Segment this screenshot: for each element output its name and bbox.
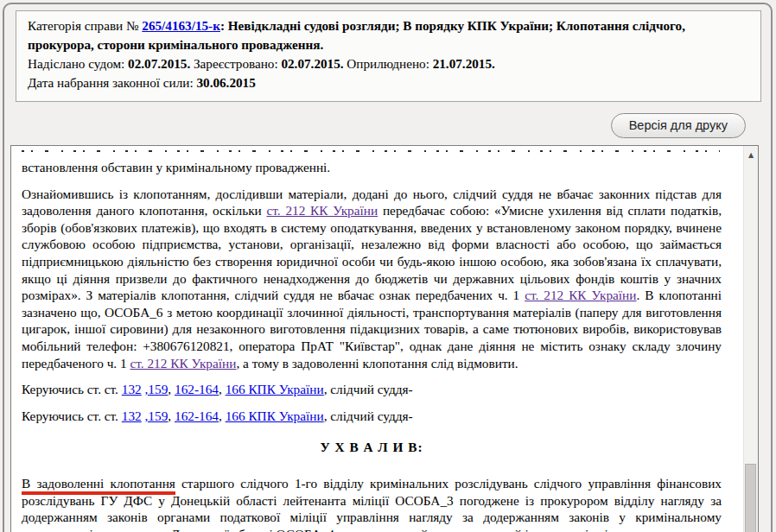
ukhvaliv-heading: У Х В А Л И В: (22, 439, 722, 456)
scrollbar-thumb[interactable] (745, 464, 756, 532)
force-date: 30.06.2015 (196, 75, 255, 90)
keruyuchys-post: , слідчий суддя- (324, 408, 413, 423)
scroll-up-icon[interactable]: ▲ (744, 148, 758, 162)
keruyuchys-pre: Керуючись ст. ст. (22, 408, 122, 423)
law-link-st212-2[interactable]: ст. 212 КК України (525, 288, 636, 302)
paragraph-keruyuchys-2: Керуючись ст. ст. 132 ,159, 162-164, 166… (22, 408, 722, 425)
separator: , (168, 382, 175, 396)
force-label: Дата набрання законної сили: (28, 75, 196, 90)
case-dates-line: Надіслано судом: 02.07.2015. Зареєстрова… (28, 54, 749, 73)
law-link-162-164[interactable]: 162-164 (175, 382, 219, 396)
decision-text: встановлення обставин у кримінальному пр… (11, 146, 758, 532)
published-label: Оприлюднено: (344, 56, 433, 71)
law-link-132[interactable]: 132 (122, 408, 142, 423)
law-link-159[interactable]: ,159 (145, 408, 169, 423)
separator: , (168, 408, 175, 423)
law-link-st212-1[interactable]: ст. 212 КК України (267, 203, 378, 218)
case-panel: Категорія справи № 265/4163/15-к: Невідк… (3, 3, 773, 532)
paragraph-keruyuchys-1: Керуючись ст. ст. 132 ,159, 162-164, 166… (22, 381, 722, 398)
separator: , (219, 382, 226, 396)
law-link-st212-3[interactable]: ст. 212 КК України (130, 356, 236, 370)
keruyuchys-pre: Керуючись ст. ст. (22, 382, 122, 396)
print-version-button[interactable]: Версія для друку (611, 113, 746, 138)
case-number-link[interactable]: 265/4163/15-к (142, 18, 220, 33)
paragraph-main: Ознайомившись із клопотанням, дослідивши… (22, 186, 722, 372)
law-link-159[interactable]: ,159 (145, 382, 169, 396)
case-header: Категорія справи № 265/4163/15-к: Невідк… (16, 10, 761, 102)
decision-text-panel[interactable]: встановлення обставин у кримінальному пр… (10, 145, 759, 532)
case-category-line: Категорія справи № 265/4163/15-к: Невідк… (28, 16, 749, 54)
law-link-166-kpk[interactable]: 166 КПК України (226, 408, 324, 423)
registered-label: Зареєстровано: (190, 56, 281, 71)
category-label: Категорія справи № (28, 18, 142, 33)
sent-label: Надіслано судом: (28, 56, 128, 71)
registered-date: 02.07.2015. (281, 56, 343, 71)
law-link-132[interactable]: 132 (122, 382, 142, 396)
scrollbar[interactable]: ▲ ▼ (743, 146, 758, 532)
paragraph-intro: встановлення обставин у кримінальному пр… (22, 159, 722, 176)
paragraph-resolution: В задоволенні клопотання старшого слідчо… (22, 475, 722, 532)
law-link-166-kpk[interactable]: 166 КПК України (226, 382, 324, 396)
separator: , (219, 408, 226, 423)
red-underlined-text-2: про тимчасовий доступ до речей і докумен… (338, 527, 659, 532)
law-link-162-164[interactable]: 162-164 (175, 408, 219, 423)
toolbar: Версія для друку (4, 102, 771, 145)
published-date: 21.07.2015. (433, 56, 495, 71)
main-segment-4: , а тому в задоволенні клопотання слід в… (236, 356, 518, 370)
clipped-text-line (22, 149, 720, 152)
keruyuchys-post: , слідчий суддя- (324, 382, 413, 396)
colon: : (220, 18, 228, 33)
sent-date: 02.07.2015. (128, 56, 190, 71)
legal-force-line: Дата набрання законної сили: 30.06.2015 (28, 73, 749, 92)
